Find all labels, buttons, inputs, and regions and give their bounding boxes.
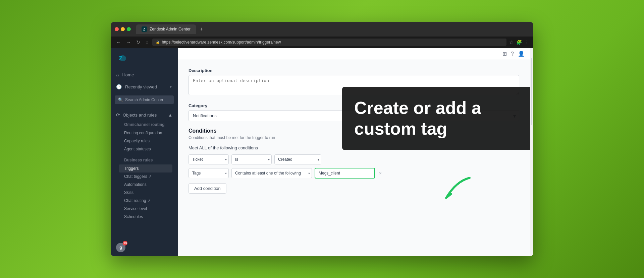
omnichannel-routing-group: Omnichannel routing Routing configuratio… — [119, 120, 172, 153]
browser-window: Z Zendesk Admin Center + ← → ↻ ⌂ 🔒 https… — [111, 22, 533, 256]
remove-condition-button[interactable]: × — [378, 170, 383, 177]
grid-icon[interactable]: ⊞ — [502, 51, 507, 57]
sidebar-item-agent-statuses[interactable]: Agent statuses — [119, 145, 172, 153]
extensions-icon[interactable]: 🧩 — [516, 40, 522, 45]
condition1-value-select[interactable]: Created — [274, 154, 321, 164]
chevron-up-icon: ▲ — [168, 113, 172, 118]
help-icon[interactable]: ? — [511, 51, 514, 57]
traffic-lights — [115, 27, 131, 31]
refresh-button[interactable]: ↻ — [135, 39, 142, 46]
sidebar-item-schedules[interactable]: Schedules — [119, 213, 172, 221]
home-label: Home — [122, 72, 134, 77]
chevron-down-icon: ▼ — [169, 85, 172, 89]
business-rules-header: Business rules — [119, 156, 172, 164]
address-bar-row: ← → ↻ ⌂ 🔒 https://selectivehardware.zend… — [111, 37, 533, 48]
condition1-operator-select[interactable]: Is — [231, 154, 272, 164]
minimize-button[interactable] — [121, 27, 125, 31]
objects-icon: ⟳ — [116, 112, 120, 118]
condition2-operator-select[interactable]: Contains at least one of the following — [231, 168, 312, 178]
svg-text:Z: Z — [119, 55, 122, 61]
sidebar-item-home[interactable]: ⌂ Home — [111, 69, 178, 81]
sidebar-item-sla[interactable]: Service level — [119, 205, 172, 213]
scrollbar-track[interactable] — [530, 48, 533, 256]
condition-row-1: Ticket ▾ Is ▾ Created — [189, 154, 519, 164]
close-button[interactable] — [115, 27, 119, 31]
clock-icon: 🕐 — [116, 84, 122, 89]
sidebar-section-objects: ⟳ Objects and rules ▲ Omnichannel routin… — [111, 107, 178, 226]
tab-title: Zendesk Admin Center — [150, 27, 191, 31]
tag-value-input[interactable] — [315, 168, 375, 179]
sla-label: Service level — [124, 206, 147, 211]
sidebar-item-routing-config[interactable]: Routing configuration — [119, 129, 172, 137]
condition2-field-select[interactable]: Tags — [189, 168, 229, 178]
arrow-annotation — [429, 175, 476, 209]
profile-icon[interactable]: 👤 — [518, 51, 525, 57]
forward-button[interactable]: → — [125, 39, 132, 46]
browser-chrome: Z Zendesk Admin Center + — [111, 22, 533, 37]
sidebar-item-triggers[interactable]: Triggers — [119, 164, 172, 172]
business-rules-group: Business rules Triggers Chat triggers ↗ … — [119, 156, 172, 221]
home-button[interactable]: ⌂ — [144, 39, 150, 46]
tab-favicon: Z — [142, 26, 147, 32]
search-placeholder: Search Admin Center — [125, 97, 163, 102]
sidebar-item-automations[interactable]: Automations — [119, 181, 172, 189]
bookmark-icon[interactable]: ☆ — [509, 40, 514, 45]
condition1-field-select[interactable]: Ticket — [189, 154, 229, 164]
sidebar-item-chat-routing[interactable]: Chat routing ↗ — [119, 197, 172, 205]
search-admin-center[interactable]: 🔍 Search Admin Center — [115, 95, 174, 104]
sidebar-logo: Z — [111, 48, 178, 69]
content-area: Description Category Notifications Custo… — [178, 60, 530, 256]
back-button[interactable]: ← — [115, 39, 122, 46]
main-content: ⊞ ? 👤 Description Category Notifications — [178, 48, 530, 256]
sidebar-item-capacity-rules[interactable]: Capacity rules — [119, 137, 172, 145]
top-bar: ⊞ ? 👤 — [178, 48, 530, 60]
objects-and-rules-header[interactable]: ⟳ Objects and rules ▲ — [116, 110, 172, 120]
home-icon: ⌂ — [116, 72, 119, 77]
lock-icon: 🔒 — [156, 41, 160, 44]
browser-action-icons: ☆ 🧩 ⋮ — [509, 40, 529, 45]
url-bar[interactable]: 🔒 https://selectivehardware.zendesk.com/… — [152, 39, 506, 46]
recently-viewed-label: Recently viewed — [125, 84, 157, 89]
notification-badge: 13 — [123, 241, 127, 246]
sidebar-item-skills[interactable]: Skills — [119, 189, 172, 197]
search-icon: 🔍 — [118, 97, 123, 102]
maximize-button[interactable] — [127, 27, 131, 31]
scrollbar-thumb[interactable] — [531, 58, 532, 125]
user-avatar[interactable]: g 13 — [116, 243, 125, 252]
description-label: Description — [189, 68, 519, 73]
overlay-annotation: Create or add a custom tag — [342, 87, 530, 150]
objects-and-rules-label: Objects and rules — [123, 113, 157, 118]
new-tab-button[interactable]: + — [200, 26, 203, 32]
browser-tab[interactable]: Z Zendesk Admin Center — [136, 24, 196, 34]
app-layout: Z ⌂ Home 🕐 Recently viewed ▼ 🔍 Search Ad… — [111, 48, 533, 256]
omnichannel-routing-header: Omnichannel routing — [119, 120, 172, 129]
sidebar-submenu-objects: Omnichannel routing Routing configuratio… — [116, 120, 172, 221]
url-text: https://selectivehardware.zendesk.com/su… — [162, 40, 281, 45]
sidebar-item-chat-triggers[interactable]: Chat triggers ↗ — [119, 172, 172, 181]
menu-icon[interactable]: ⋮ — [525, 40, 529, 45]
sidebar: Z ⌂ Home 🕐 Recently viewed ▼ 🔍 Search Ad… — [111, 48, 178, 256]
sidebar-item-recently-viewed[interactable]: 🕐 Recently viewed ▼ — [111, 81, 178, 93]
add-condition-button[interactable]: Add condition — [189, 183, 226, 194]
